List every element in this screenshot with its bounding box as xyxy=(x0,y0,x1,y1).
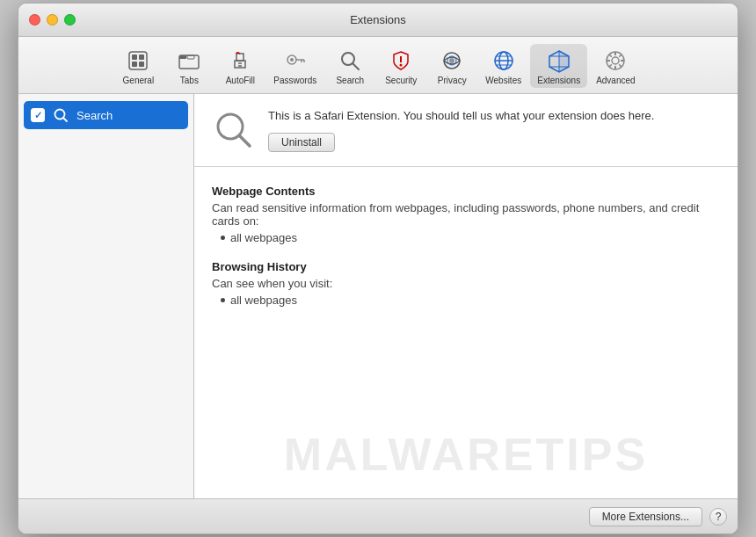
webpage-contents-section: Webpage Contents Can read sensitive info… xyxy=(212,185,720,244)
toolbar-label-privacy: Privacy xyxy=(438,76,467,85)
general-icon xyxy=(124,47,152,75)
browsing-history-section: Browsing History Can see when you visit:… xyxy=(212,260,720,307)
sidebar-item-label: Search xyxy=(76,109,113,122)
window: Extensions General xyxy=(18,3,738,534)
security-icon xyxy=(387,47,415,75)
toolbar-item-general[interactable]: General xyxy=(113,44,163,88)
sidebar-extension-icon xyxy=(52,106,69,124)
title-bar: Extensions xyxy=(18,4,738,37)
svg-point-32 xyxy=(612,57,619,64)
more-extensions-button[interactable]: More Extensions... xyxy=(589,507,702,526)
toolbar-item-advanced[interactable]: Advanced xyxy=(589,44,642,88)
svg-line-39 xyxy=(620,54,622,57)
toolbar-label-advanced: Advanced xyxy=(596,76,635,85)
uninstall-button[interactable]: Uninstall xyxy=(268,133,335,152)
toolbar-item-security[interactable]: Security xyxy=(376,44,425,88)
toolbar-item-extensions[interactable]: Extensions xyxy=(530,44,587,88)
toolbar-item-search[interactable]: Search xyxy=(325,44,374,88)
toolbar-label-extensions: Extensions xyxy=(537,76,580,85)
extension-description: This is a Safari Extension. You should t… xyxy=(268,108,720,124)
toolbar-label-security: Security xyxy=(385,76,417,85)
bullet-icon-2 xyxy=(221,298,225,302)
bullet-icon xyxy=(221,236,225,240)
search-toolbar-icon xyxy=(336,47,364,75)
toolbar: General Tabs A xyxy=(18,37,738,94)
svg-rect-1 xyxy=(132,54,137,60)
svg-point-14 xyxy=(290,58,294,62)
browsing-history-desc: Can see when you visit: xyxy=(212,277,720,290)
svg-point-20 xyxy=(449,58,454,63)
svg-line-40 xyxy=(609,64,612,67)
autofill-icon xyxy=(226,47,254,75)
main-content: MALWARETIPS This is a Safari Extension. … xyxy=(194,94,738,498)
toolbar-label-websites: Websites xyxy=(485,76,521,85)
help-button[interactable]: ? xyxy=(709,508,727,526)
tabs-icon xyxy=(175,47,203,75)
toolbar-item-passwords[interactable]: Passwords xyxy=(266,44,323,88)
webpage-contents-title: Webpage Contents xyxy=(212,185,720,198)
toolbar-item-websites[interactable]: Websites xyxy=(478,44,528,88)
checkmark-icon: ✓ xyxy=(34,110,42,121)
toolbar-item-autofill[interactable]: AutoFill xyxy=(215,44,265,88)
svg-line-37 xyxy=(609,54,612,57)
close-button[interactable] xyxy=(29,14,40,25)
toolbar-label-search: Search xyxy=(336,76,364,85)
toolbar-item-tabs[interactable]: Tabs xyxy=(164,44,214,88)
svg-rect-2 xyxy=(139,54,144,60)
footer: More Extensions... ? xyxy=(18,498,738,533)
maximize-button[interactable] xyxy=(64,14,76,25)
minimize-button[interactable] xyxy=(47,14,58,25)
websites-icon xyxy=(490,47,518,75)
extensions-icon xyxy=(545,47,573,75)
svg-rect-3 xyxy=(132,62,137,67)
webpage-contents-list-value: all webpages xyxy=(230,231,297,244)
svg-point-18 xyxy=(400,64,403,67)
browsing-history-list-item-1: all webpages xyxy=(212,294,720,307)
advanced-icon xyxy=(601,47,629,75)
toolbar-item-privacy[interactable]: Privacy xyxy=(427,44,476,88)
passwords-icon xyxy=(281,47,309,75)
window-title: Extensions xyxy=(350,13,406,26)
sidebar-item-search[interactable]: ✓ Search xyxy=(24,101,188,129)
svg-line-38 xyxy=(620,64,622,67)
toolbar-label-tabs: Tabs xyxy=(180,76,199,85)
webpage-contents-desc: Can read sensitive information from webp… xyxy=(212,201,720,228)
sidebar-checkbox[interactable]: ✓ xyxy=(31,108,45,122)
svg-line-44 xyxy=(239,135,250,146)
svg-line-42 xyxy=(63,118,67,121)
toolbar-label-general: General xyxy=(123,76,155,85)
svg-rect-0 xyxy=(129,52,147,69)
extension-header: This is a Safari Extension. You should t… xyxy=(194,94,738,167)
traffic-lights xyxy=(29,14,76,25)
extension-header-icon xyxy=(212,108,254,150)
browsing-history-title: Browsing History xyxy=(212,260,720,273)
content-area: ✓ Search MALWARETIPS xyxy=(18,94,738,498)
svg-line-16 xyxy=(353,63,359,69)
sidebar: ✓ Search xyxy=(18,94,194,498)
toolbar-label-autofill: AutoFill xyxy=(226,76,255,85)
privacy-icon xyxy=(438,47,466,75)
extension-details: Webpage Contents Can read sensitive info… xyxy=(194,167,738,498)
extension-info: This is a Safari Extension. You should t… xyxy=(268,108,720,152)
svg-rect-4 xyxy=(139,62,144,67)
browsing-history-list-value: all webpages xyxy=(230,294,297,307)
svg-rect-6 xyxy=(179,55,186,59)
webpage-contents-list-item-1: all webpages xyxy=(212,231,720,244)
toolbar-label-passwords: Passwords xyxy=(273,76,316,85)
